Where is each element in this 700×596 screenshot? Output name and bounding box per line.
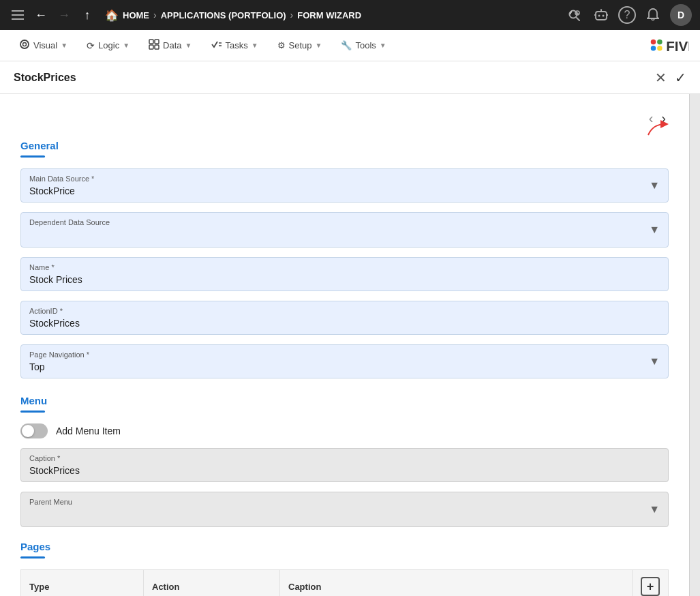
main-data-source-dropdown-icon: ▼ [649, 179, 660, 192]
back-button[interactable]: ← [31, 5, 50, 25]
action-id-label: ActionID * [29, 307, 660, 315]
svg-rect-1 [12, 14, 24, 16]
parent-menu-dropdown-icon: ▼ [649, 503, 660, 516]
svg-point-8 [600, 9, 602, 10]
breadcrumb-sep-1: › [153, 10, 157, 20]
dependent-data-source-field[interactable]: Dependent Data Source ▼ [20, 212, 669, 248]
visual-dropdown-arrow: ▼ [61, 42, 67, 49]
name-group: Name * Stock Prices [20, 257, 669, 291]
menu-icon[interactable] [8, 5, 27, 25]
general-section-underline [20, 155, 45, 158]
up-button[interactable]: ↑ [78, 5, 97, 25]
pages-section-underline [20, 556, 45, 558]
action-id-value: StockPrices [29, 318, 660, 329]
parent-menu-field[interactable]: Parent Menu ▼ [20, 492, 669, 527]
page-navigation-group: Page Navigation * Top ▼ [20, 344, 669, 378]
top-nav-right-icons: ? D [564, 4, 692, 26]
dependent-data-source-group: Dependent Data Source ▼ [20, 212, 669, 248]
pages-section-header: Pages [20, 541, 669, 558]
svg-point-21 [657, 46, 663, 51]
help-icon[interactable]: ? [618, 6, 636, 24]
panel-title-bar: StockPrices ✕ ✓ [0, 61, 700, 94]
parent-menu-group: Parent Menu ▼ [20, 492, 669, 527]
name-field[interactable]: Name * Stock Prices [20, 257, 669, 291]
pages-col-action: Action [144, 570, 280, 597]
svg-rect-13 [149, 45, 153, 49]
add-page-button[interactable]: + [641, 577, 660, 596]
main-data-source-label: Main Data Source * [29, 175, 643, 183]
form-wizard-label[interactable]: FORM WIZARD [297, 10, 361, 20]
svg-point-9 [20, 40, 29, 48]
caption-field[interactable]: Caption * StockPrices [20, 448, 669, 482]
top-nav-bar: ← → ↑ 🏠 HOME › APPLICATIONS (PORTFOLIO) … [0, 0, 700, 30]
svg-point-20 [651, 46, 656, 51]
breadcrumb: 🏠 HOME › APPLICATIONS (PORTFOLIO) › FORM… [105, 9, 560, 22]
menu-section-title: Menu [20, 395, 669, 406]
svg-rect-2 [12, 18, 24, 20]
add-menu-item-label: Add Menu Item [56, 426, 121, 436]
nav-item-setup[interactable]: ⚙ Setup ▼ [269, 35, 331, 56]
svg-rect-11 [149, 40, 153, 44]
scrollbar-track[interactable] [689, 94, 700, 596]
name-label: Name * [29, 263, 660, 271]
pages-col-add: + [633, 570, 669, 597]
bell-icon[interactable] [643, 5, 663, 25]
breadcrumb-sep-2: › [290, 10, 294, 20]
search-nav-icon[interactable] [564, 5, 584, 25]
logic-dropdown-arrow: ▼ [123, 42, 130, 49]
confirm-panel-button[interactable]: ✓ [675, 70, 686, 86]
nav-item-data[interactable]: Data ▼ [140, 33, 200, 57]
svg-text:FIVE: FIVE [666, 38, 689, 53]
tools-icon: 🔧 [341, 40, 352, 50]
action-id-field[interactable]: ActionID * StockPrices [20, 301, 669, 335]
toggle-knob [22, 425, 34, 437]
svg-rect-14 [155, 45, 159, 49]
main-data-source-group: Main Data Source * StockPrice ▼ [20, 168, 669, 203]
add-menu-item-toggle[interactable] [20, 423, 48, 438]
general-section-header: General [20, 140, 669, 158]
page-navigation-value: Top [29, 361, 643, 372]
nav-item-logic-label: Logic [98, 40, 119, 50]
caption-label: Caption * [29, 454, 660, 462]
pages-table: Type Action Caption + Form ▼ [20, 569, 669, 596]
home-label[interactable]: HOME [123, 10, 149, 20]
user-avatar[interactable]: D [670, 4, 692, 26]
page-navigation-field[interactable]: Page Navigation * Top ▼ [20, 344, 669, 378]
parent-menu-label: Parent Menu [29, 498, 643, 506]
nav-item-logic[interactable]: ⟳ Logic ▼ [78, 35, 138, 57]
svg-rect-5 [596, 12, 607, 20]
name-value: Stock Prices [29, 274, 660, 285]
nav-item-visual[interactable]: Visual ▼ [11, 33, 76, 57]
secondary-nav: Visual ▼ ⟳ Logic ▼ Data ▼ Tasks ▼ [0, 30, 700, 61]
svg-point-18 [651, 39, 656, 44]
nav-item-tools[interactable]: 🔧 Tools ▼ [333, 35, 394, 56]
forward-button[interactable]: → [55, 5, 74, 25]
general-section-title: General [20, 140, 669, 151]
nav-item-setup-label: Setup [289, 40, 312, 50]
nav-item-tasks[interactable]: Tasks ▼ [202, 33, 266, 57]
svg-rect-0 [12, 10, 24, 12]
data-dropdown-arrow: ▼ [185, 42, 192, 49]
close-panel-button[interactable]: ✕ [655, 70, 667, 86]
menu-section-header: Menu [20, 395, 669, 413]
home-icon: 🏠 [105, 9, 119, 22]
nav-arrows: ‹ › [20, 108, 669, 129]
pages-section-title: Pages [20, 541, 669, 552]
main-data-source-field[interactable]: Main Data Source * StockPrice ▼ [20, 168, 669, 203]
bot-icon[interactable] [591, 5, 611, 25]
pages-section: Pages Type Action Caption + [20, 541, 669, 596]
caption-value: StockPrices [29, 465, 660, 476]
five-logo: FIVE [648, 36, 689, 55]
caption-group: Caption * StockPrices [20, 448, 669, 482]
panel-title: StockPrices [14, 72, 76, 84]
page-navigation-label: Page Navigation * [29, 351, 643, 359]
data-icon [149, 39, 159, 52]
svg-point-7 [603, 15, 605, 17]
setup-icon: ⚙ [277, 40, 286, 50]
applications-label[interactable]: APPLICATIONS (PORTFOLIO) [161, 10, 286, 20]
logic-icon: ⟳ [87, 40, 95, 51]
svg-point-6 [598, 15, 600, 17]
nav-item-tasks-label: Tasks [225, 40, 247, 50]
pages-col-caption: Caption [280, 570, 633, 597]
main-container: ‹ › General Main Data Source * StockPric… [0, 94, 700, 596]
